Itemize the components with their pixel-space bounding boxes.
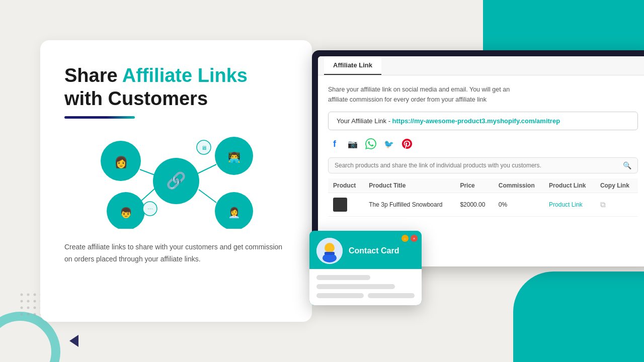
svg-text:⋯: ⋯	[147, 206, 153, 212]
search-input[interactable]	[335, 162, 623, 169]
svg-point-7	[580, 18, 583, 21]
dots-top-right	[564, 9, 599, 36]
headline-part2: with Customers	[64, 88, 208, 109]
contact-card-body	[309, 269, 422, 305]
twitter-icon[interactable]: 🐦	[382, 137, 395, 150]
product-link-cell[interactable]: Product Link	[544, 193, 595, 217]
contact-card-controls: – ×	[401, 235, 418, 242]
affiliate-link-url[interactable]: https://my-awesome-product3.myshopify.co…	[392, 117, 560, 125]
svg-text:👩‍💼: 👩‍💼	[228, 207, 240, 219]
svg-text:👦: 👦	[120, 207, 132, 219]
svg-point-28	[27, 313, 30, 316]
contact-card-title: Contact Card	[349, 246, 399, 255]
svg-point-2	[580, 10, 583, 13]
svg-text:👩: 👩	[114, 155, 128, 169]
whatsapp-icon[interactable]	[364, 137, 377, 150]
headline: Share Affiliate Links with Customers	[64, 64, 288, 110]
headline-teal: Affiliate Links	[122, 65, 248, 86]
copy-link-cell[interactable]: ⧉	[595, 193, 638, 217]
search-bar[interactable]: 🔍	[328, 157, 638, 173]
svg-point-10	[565, 25, 568, 28]
svg-line-41	[140, 169, 156, 175]
product-image: 🖨	[333, 198, 347, 212]
facebook-icon[interactable]: f	[328, 137, 341, 150]
product-table: Product Product Title Price Commission P…	[328, 178, 638, 217]
cc-line-row	[316, 293, 415, 298]
copy-icon[interactable]: ⧉	[600, 200, 606, 209]
svg-point-5	[565, 18, 568, 21]
cc-line-name	[316, 275, 370, 280]
col-price: Price	[455, 178, 493, 193]
svg-rect-52	[325, 252, 335, 255]
svg-text:👨‍💻: 👨‍💻	[228, 151, 240, 163]
svg-point-8	[587, 18, 590, 21]
body-text: Create affiliate links to share with you…	[64, 241, 288, 265]
price-cell: $2000.00	[455, 193, 493, 217]
svg-point-25	[34, 307, 36, 309]
col-product: Product	[328, 178, 364, 193]
col-commission: Commission	[494, 178, 544, 193]
svg-point-24	[27, 307, 30, 309]
svg-line-44	[199, 190, 216, 203]
close-button[interactable]: ×	[411, 235, 418, 242]
svg-point-3	[587, 10, 590, 13]
screen-tab-bar: Affiliate Link	[318, 56, 644, 75]
left-card: Share Affiliate Links with Customers 🔗 👩…	[40, 40, 312, 322]
svg-point-16	[27, 294, 30, 296]
svg-point-29	[34, 313, 36, 316]
headline-part1: Share	[64, 65, 122, 86]
svg-line-43	[198, 164, 216, 173]
cc-line-half-left	[316, 293, 364, 298]
affiliate-description: Share your affiliate link on social medi…	[328, 84, 638, 105]
col-product-link: Product Link	[544, 178, 595, 193]
svg-point-0	[565, 10, 568, 13]
svg-text:🔗: 🔗	[166, 171, 186, 190]
search-icon: 🔍	[623, 161, 631, 169]
svg-point-51	[325, 243, 335, 253]
product-image-cell: 🖨	[328, 193, 364, 217]
affiliate-link-tab[interactable]: Affiliate Link	[324, 56, 381, 75]
svg-point-4	[595, 10, 598, 13]
cc-line-detail1	[316, 284, 395, 289]
svg-point-27	[21, 313, 23, 316]
svg-text:🖥: 🖥	[201, 145, 207, 151]
commission-cell: 0%	[494, 193, 544, 217]
minimize-button[interactable]: –	[401, 235, 409, 242]
product-title-cell: The 3p Fulfilled Snowboard	[364, 193, 455, 217]
svg-point-14	[595, 25, 598, 28]
svg-point-21	[34, 300, 36, 303]
svg-point-23	[21, 307, 23, 309]
col-copy-link: Copy Link	[595, 178, 638, 193]
svg-point-20	[27, 300, 30, 303]
table-row: 🖨 The 3p Fulfilled Snowboard $2000.00 0%…	[328, 193, 638, 217]
screen-content: Share your affiliate link on social medi…	[318, 75, 644, 226]
illustration-area: 🔗 👩 👨‍💻 👦 👩‍💼 ⋯ 🖥	[64, 131, 288, 231]
svg-point-9	[595, 18, 598, 21]
instagram-icon[interactable]: 📷	[346, 137, 359, 150]
svg-point-15	[21, 294, 23, 296]
affiliate-link-label: Your Affiliate Link -	[337, 117, 390, 125]
contact-card-avatar	[316, 238, 343, 264]
svg-point-13	[587, 25, 590, 28]
cc-line-half-right	[368, 293, 415, 298]
contact-card-header: Contact Card – ×	[309, 231, 422, 269]
contact-card: Contact Card – ×	[309, 231, 422, 305]
underline-bar	[64, 116, 135, 119]
svg-line-42	[141, 188, 156, 201]
social-icons: f 📷 🐦	[328, 137, 638, 150]
svg-point-12	[580, 25, 583, 28]
affiliate-link-box: Your Affiliate Link - https://my-awesome…	[328, 112, 638, 130]
svg-point-11	[572, 25, 575, 28]
svg-point-19	[21, 300, 23, 303]
col-product-title: Product Title	[364, 178, 455, 193]
pinterest-icon[interactable]	[400, 137, 414, 150]
back-arrow[interactable]	[69, 335, 78, 347]
svg-point-17	[34, 294, 36, 296]
svg-point-1	[572, 10, 575, 13]
svg-point-6	[572, 18, 575, 21]
